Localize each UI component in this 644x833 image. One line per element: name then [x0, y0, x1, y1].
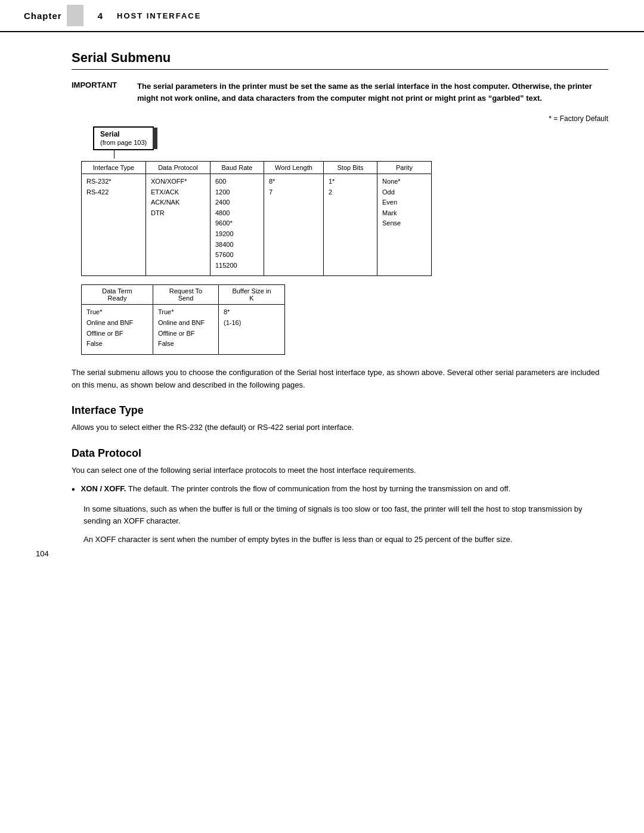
- indent-para-2: An XOFF character is sent when the numbe…: [83, 534, 608, 546]
- bullet-dot: •: [72, 482, 75, 497]
- bullet-text-xonxoff: The default. The printer controls the fl…: [128, 484, 510, 493]
- page-header: Chapter 4 HOST INTERFACE: [0, 0, 644, 32]
- serial-box-label: Serial: [100, 130, 120, 138]
- vline-top: [114, 150, 114, 159]
- col-data-baud-rate: 6001200240048009600*19200384005760011520…: [210, 174, 264, 275]
- page-content: Serial Submenu IMPORTANT The serial para…: [0, 32, 644, 576]
- col-data-stop-bits: 1*2: [324, 174, 377, 275]
- page-number: 104: [36, 549, 49, 558]
- important-block: IMPORTANT The serial parameters in the p…: [72, 80, 608, 104]
- lower-diagram: Data TermReady Request ToSend Buffer Siz…: [81, 284, 608, 354]
- col-header-stop-bits: Stop Bits: [324, 162, 377, 174]
- col-data-interface-type: RS-232*RS-422: [82, 174, 146, 275]
- lower-col-header-data-term: Data TermReady: [82, 285, 153, 304]
- lower-diagram-table: Data TermReady Request ToSend Buffer Siz…: [81, 284, 285, 354]
- lower-data-row: True*Online and BNFOffline or BFFalse Tr…: [82, 305, 284, 354]
- serial-box-sub: (from page 103): [100, 139, 147, 146]
- lower-header-row: Data TermReady Request ToSend Buffer Siz…: [82, 285, 284, 305]
- col-header-data-protocol: Data Protocol: [146, 162, 210, 174]
- interface-type-text: Allows you to select either the RS-232 (…: [72, 422, 608, 434]
- lower-col-header-buffer-size: Buffer Size inK: [219, 285, 284, 304]
- serial-box-accent: [153, 128, 157, 149]
- main-diagram-table: Interface Type Data Protocol Baud Rate W…: [81, 161, 432, 276]
- indent-para-1: In some situations, such as when the buf…: [83, 503, 608, 528]
- col-data-parity: None*OddEvenMarkSense: [377, 174, 431, 275]
- serial-box: Serial (from page 103): [93, 126, 154, 150]
- section-title-interface-type: Interface Type: [72, 404, 608, 417]
- col-data-word-length: 8*7: [264, 174, 324, 275]
- data-protocol-intro: You can select one of the following seri…: [72, 465, 608, 477]
- section-title: HOST INTERFACE: [117, 11, 201, 20]
- factory-default-note: * = Factory Default: [72, 114, 608, 123]
- diagram-data-row: RS-232*RS-422 XON/XOFF*ETX/ACKACK/NAKDTR…: [82, 174, 431, 275]
- page: Chapter 4 HOST INTERFACE Serial Submenu …: [0, 0, 644, 576]
- col-header-word-length: Word Length: [264, 162, 324, 174]
- bullet-label-xonxoff: XON / XOFF.: [81, 484, 126, 493]
- page-title: Serial Submenu: [72, 50, 608, 70]
- section-title-data-protocol: Data Protocol: [72, 447, 608, 460]
- lower-col-data-data-term: True*Online and BNFOffline or BFFalse: [82, 305, 153, 354]
- col-header-parity: Parity: [377, 162, 431, 174]
- important-label: IMPORTANT: [72, 80, 131, 104]
- chapter-label: Chapter: [24, 11, 62, 21]
- lower-col-data-buffer-size: 8*(1-16): [219, 305, 284, 354]
- diagram-header-row: Interface Type Data Protocol Baud Rate W…: [82, 162, 431, 174]
- lower-col-data-request-to: True*Online and BNFOffline or BFFalse: [153, 305, 219, 354]
- col-header-baud-rate: Baud Rate: [210, 162, 264, 174]
- col-data-data-protocol: XON/XOFF*ETX/ACKACK/NAKDTR: [146, 174, 210, 275]
- lower-col-header-request-to: Request ToSend: [153, 285, 219, 304]
- diagram-outer: Serial (from page 103) Interface Type Da…: [72, 126, 608, 355]
- important-text: The serial parameters in the printer mus…: [137, 80, 608, 104]
- bullet-item-xonxoff: • XON / XOFF. The default. The printer c…: [72, 483, 608, 497]
- bullet-content-xonxoff: XON / XOFF. The default. The printer con…: [81, 483, 510, 497]
- bullet-list: • XON / XOFF. The default. The printer c…: [72, 483, 608, 497]
- chapter-tab: [67, 5, 83, 26]
- body-paragraph: The serial submenu allows you to choose …: [72, 367, 608, 392]
- chapter-number: 4: [98, 11, 103, 21]
- col-header-interface-type: Interface Type: [82, 162, 146, 174]
